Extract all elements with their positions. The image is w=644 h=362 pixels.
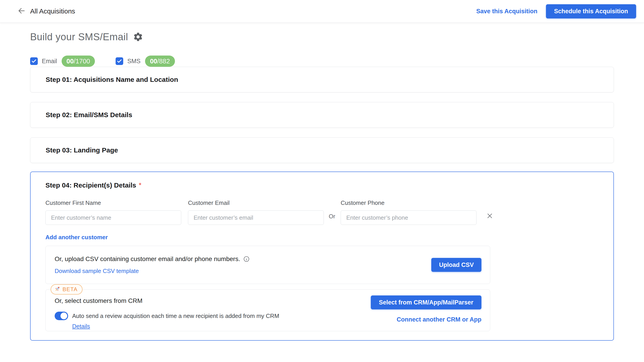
close-icon bbox=[486, 216, 493, 220]
customer-phone-input[interactable] bbox=[341, 210, 476, 225]
first-name-field-group: Customer First Name bbox=[46, 200, 181, 225]
rocket-icon bbox=[54, 286, 60, 293]
step-02-card[interactable]: Step 02: Email/SMS Details bbox=[30, 102, 614, 128]
auto-send-toggle-label: Auto send a review acquistion each time … bbox=[72, 312, 279, 320]
email-channel: Email 00/1700 bbox=[30, 56, 95, 67]
beta-badge-label: BETA bbox=[62, 286, 78, 292]
save-acquisition-link[interactable]: Save this Acquisition bbox=[476, 8, 538, 15]
crm-left-block: Or, select customers from CRM Auto send … bbox=[55, 296, 279, 331]
customer-email-input[interactable] bbox=[188, 210, 324, 225]
crm-select-text: Or, select customers from CRM bbox=[55, 297, 279, 304]
upload-csv-button[interactable]: Upload CSV bbox=[431, 258, 482, 272]
auto-send-toggle[interactable] bbox=[55, 312, 68, 320]
page-title-row: Build your SMS/Email bbox=[30, 31, 614, 42]
details-link[interactable]: Details bbox=[72, 323, 90, 330]
top-bar: All Acquisitions Save this Acquisition S… bbox=[0, 0, 644, 23]
required-asterisk: * bbox=[139, 182, 141, 189]
customer-first-name-input[interactable] bbox=[46, 210, 181, 225]
back-button[interactable] bbox=[16, 6, 27, 17]
select-from-crm-button[interactable]: Select from CRM/App/MailParser bbox=[371, 296, 482, 310]
sms-quota-limit: /882 bbox=[157, 58, 170, 65]
step-03-title: Step 03: Landing Page bbox=[46, 146, 118, 154]
step-02-title: Step 02: Email/SMS Details bbox=[46, 111, 132, 119]
channel-toggles-row: Email 00/1700 SMS 00/882 bbox=[30, 56, 614, 67]
auto-send-toggle-row: Auto send a review acquistion each time … bbox=[55, 312, 279, 330]
check-icon bbox=[31, 58, 37, 64]
page-title: Build your SMS/Email bbox=[30, 31, 128, 42]
sms-quota-badge: 00/882 bbox=[145, 56, 175, 67]
main-content: Build your SMS/Email Email 00/1700 SMS 0… bbox=[0, 23, 644, 341]
phone-field-group: Customer Phone bbox=[341, 200, 476, 225]
email-used-count: 00 bbox=[66, 58, 74, 65]
breadcrumb-title: All Acquisitions bbox=[30, 8, 75, 15]
sms-channel: SMS 00/882 bbox=[116, 56, 175, 67]
crm-right-block: Select from CRM/App/MailParser Connect a… bbox=[371, 296, 482, 331]
add-another-customer-link[interactable]: Add another customer bbox=[46, 234, 108, 241]
csv-upload-box: Or, upload CSV containing customer email… bbox=[46, 246, 490, 284]
step-04-title-row: Step 04: Recipient(s) Details * bbox=[46, 182, 598, 189]
step-04-card: Step 04: Recipient(s) Details * Customer… bbox=[30, 172, 614, 341]
email-checkbox-label: Email bbox=[42, 58, 57, 65]
customer-fields-row: Customer First Name Customer Email Or Cu… bbox=[46, 200, 598, 225]
step-04-title: Step 04: Recipient(s) Details bbox=[46, 182, 136, 189]
sms-checkbox[interactable] bbox=[116, 57, 123, 65]
settings-gear-icon[interactable] bbox=[133, 32, 143, 42]
step-03-card[interactable]: Step 03: Landing Page bbox=[30, 138, 614, 163]
check-icon bbox=[117, 58, 122, 64]
toggle-knob bbox=[60, 312, 67, 319]
email-checkbox[interactable] bbox=[30, 57, 38, 65]
schedule-acquisition-button[interactable]: Schedule this Acquisition bbox=[546, 4, 636, 18]
info-icon[interactable] bbox=[243, 256, 250, 262]
email-quota-badge: 00/1700 bbox=[62, 56, 95, 67]
download-csv-template-link[interactable]: Download sample CSV template bbox=[55, 268, 250, 274]
crm-select-box: BETA Or, select customers from CRM Auto … bbox=[46, 290, 490, 331]
or-separator: Or bbox=[329, 200, 335, 220]
step-01-title: Step 01: Acquisitions Name and Location bbox=[46, 76, 178, 84]
connect-crm-link[interactable]: Connect another CRM or App bbox=[397, 316, 482, 323]
sms-checkbox-label: SMS bbox=[127, 58, 140, 65]
beta-badge: BETA bbox=[50, 284, 82, 294]
sms-used-count: 00 bbox=[150, 58, 157, 65]
email-quota-limit: /1700 bbox=[74, 58, 90, 65]
remove-customer-row-button[interactable] bbox=[486, 200, 493, 220]
csv-upload-text: Or, upload CSV containing customer email… bbox=[55, 256, 240, 262]
phone-label: Customer Phone bbox=[341, 200, 476, 206]
step-01-card[interactable]: Step 01: Acquisitions Name and Location bbox=[30, 67, 614, 92]
back-arrow-icon bbox=[18, 7, 26, 16]
first-name-label: Customer First Name bbox=[46, 200, 181, 206]
email-label: Customer Email bbox=[188, 200, 324, 206]
topbar-actions: Save this Acquisition Schedule this Acqu… bbox=[476, 4, 644, 18]
email-field-group: Customer Email bbox=[188, 200, 324, 225]
csv-upload-text-block: Or, upload CSV containing customer email… bbox=[55, 256, 250, 274]
